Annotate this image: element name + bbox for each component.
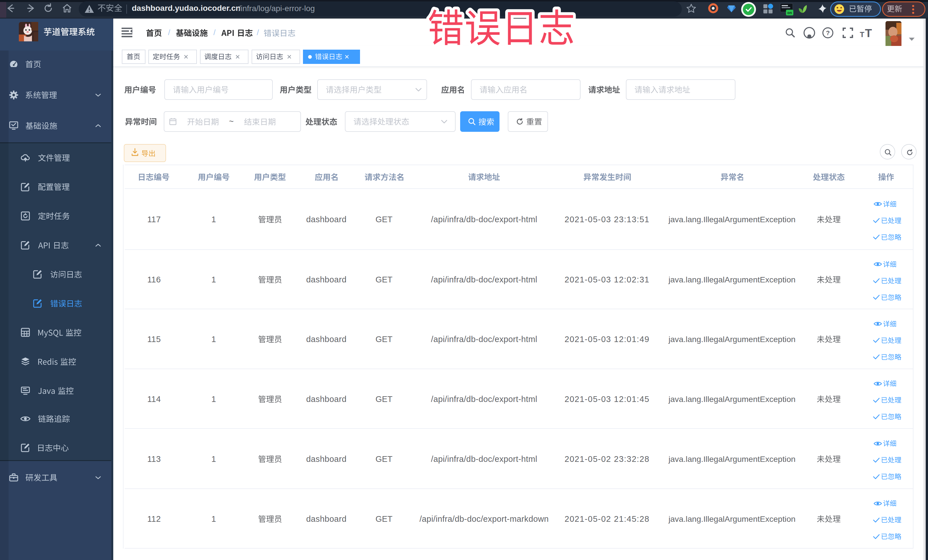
svg-text:?: ? [826,29,830,37]
svg-text:on: on [788,11,792,15]
svg-text:T: T [860,30,864,39]
svg-text:T: T [865,27,872,39]
